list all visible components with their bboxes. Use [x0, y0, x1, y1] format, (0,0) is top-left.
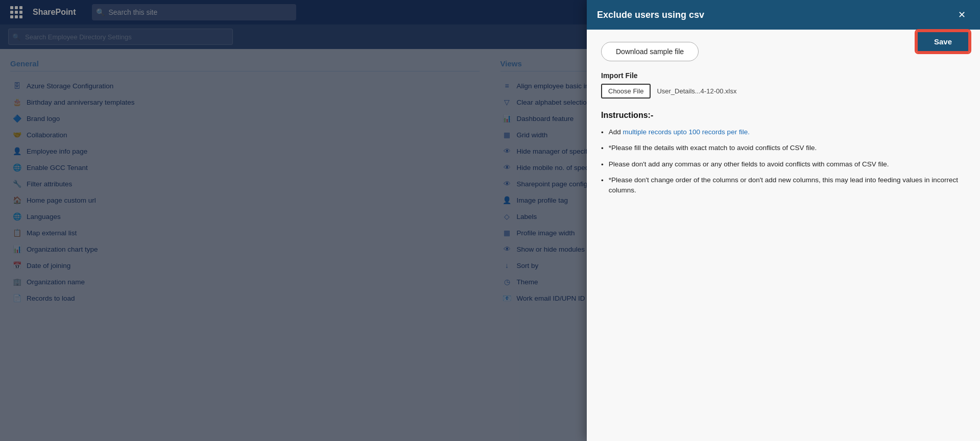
bullet-icon: • [601, 176, 604, 196]
instruction-item: •*Please don't change order of the colum… [601, 175, 966, 196]
choose-file-button[interactable]: Choose File [601, 84, 651, 99]
instruction-item: •*Please fill the details with exact mat… [601, 143, 966, 154]
file-name-display: User_Details...4-12-00.xlsx [657, 87, 736, 95]
download-sample-button[interactable]: Download sample file [601, 42, 699, 61]
exclude-users-modal: Exclude users using csv ✕ Save Download … [587, 0, 980, 441]
bullet-icon: • [601, 128, 604, 138]
modal-close-button[interactable]: ✕ [954, 8, 970, 21]
instructions-title: Instructions:- [601, 111, 966, 120]
instruction-item: •Please don't add any commas or any othe… [601, 159, 966, 170]
instruction-text: *Please fill the details with exact matc… [609, 143, 817, 154]
modal-title: Exclude users using csv [597, 10, 704, 20]
instruction-text: *Please don't change order of the column… [609, 175, 966, 196]
file-input-row: Choose File User_Details...4-12-00.xlsx [601, 84, 966, 99]
modal-header: Exclude users using csv ✕ [587, 0, 980, 30]
instruction-text: Please don't add any commas or any other… [609, 159, 889, 170]
modal-body: Save Download sample file Import File Ch… [587, 30, 980, 441]
bullet-icon: • [601, 160, 604, 170]
instruction-text: Add multiple records upto 100 records pe… [609, 127, 750, 138]
import-file-label: Import File [601, 71, 966, 80]
save-button[interactable]: Save [916, 31, 970, 53]
instruction-highlight: multiple records upto 100 records per fi… [623, 128, 750, 136]
instruction-item: •Add multiple records upto 100 records p… [601, 127, 966, 138]
bullet-icon: • [601, 143, 604, 154]
instructions-list: •Add multiple records upto 100 records p… [601, 127, 966, 195]
